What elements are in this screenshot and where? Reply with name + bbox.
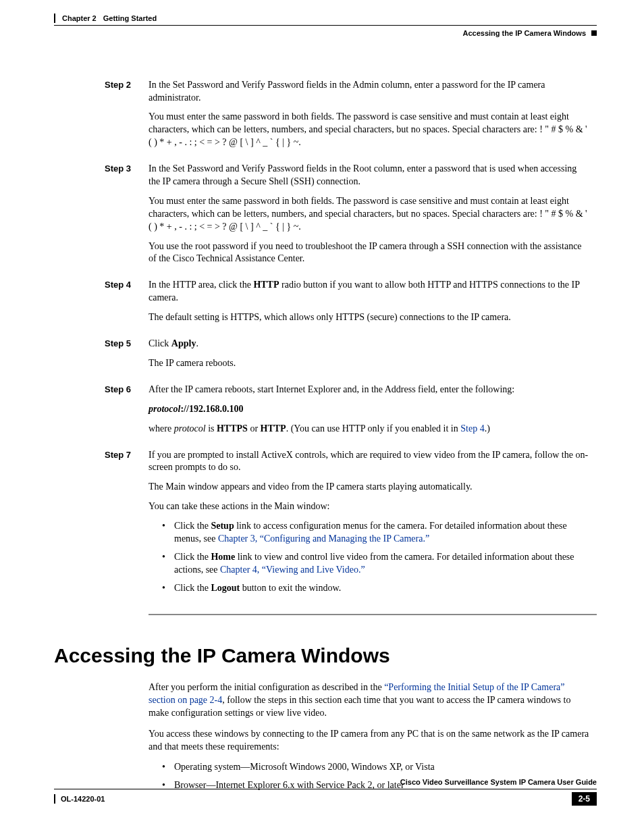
list-item: Click the Logout button to exit the wind… <box>162 582 590 595</box>
footer-rule <box>54 789 597 789</box>
page-header: Chapter 2 Getting Started <box>54 14 597 24</box>
header-rule <box>54 25 597 26</box>
section-intro: After you perform the initial configurat… <box>149 681 597 792</box>
step-text: The default setting is HTTPS, which allo… <box>149 311 590 324</box>
list-item: Operating system—Microsoft Windows 2000,… <box>162 761 590 774</box>
footer-doc-number: OL-14220-01 <box>61 794 105 804</box>
link-step4[interactable]: Step 4 <box>460 423 484 434</box>
step-label: Step 6 <box>54 384 149 442</box>
step-text: The Main window appears and video from t… <box>149 481 590 494</box>
chapter-title: Getting Started <box>103 14 157 24</box>
step-label: Step 4 <box>54 279 149 331</box>
header-section-title: Accessing the IP Camera Windows <box>463 28 586 38</box>
step-label: Step 5 <box>54 338 149 377</box>
step-5: Step 5 Click Apply. The IP camera reboot… <box>54 338 597 377</box>
header-bar-icon <box>54 14 55 23</box>
link-chapter3[interactable]: Chapter 3, “Configuring and Managing the… <box>218 533 429 544</box>
content-area: Step 2 In the Set Password and Verify Pa… <box>54 79 597 793</box>
paragraph: After you perform the initial configurat… <box>149 681 590 720</box>
step-text: In the HTTP area, click the HTTP radio b… <box>149 279 590 305</box>
step-label: Step 7 <box>54 449 149 602</box>
page-footer: Cisco Video Surveillance System IP Camer… <box>54 777 597 806</box>
step-2: Step 2 In the Set Password and Verify Pa… <box>54 79 597 156</box>
step-text: You can take these actions in the Main w… <box>149 500 590 513</box>
bullet-list: Click the Setup link to access configura… <box>149 520 590 594</box>
step-3: Step 3 In the Set Password and Verify Pa… <box>54 163 597 272</box>
list-item: Click the Setup link to access configura… <box>162 520 590 546</box>
step-4: Step 4 In the HTTP area, click the HTTP … <box>54 279 597 331</box>
step-label: Step 2 <box>54 79 149 156</box>
step-text: In the Set Password and Verify Password … <box>149 79 590 105</box>
step-text: protocol://192.168.0.100 <box>149 403 590 416</box>
paragraph: You access these windows by connecting t… <box>149 728 590 754</box>
footer-bar-icon <box>54 794 55 804</box>
chapter-number: Chapter 2 <box>62 14 97 24</box>
step-text: The IP camera reboots. <box>149 357 590 370</box>
step-6: Step 6 After the IP camera reboots, star… <box>54 384 597 442</box>
footer-doc-title: Cisco Video Surveillance System IP Camer… <box>54 777 597 787</box>
link-chapter4[interactable]: Chapter 4, “Viewing and Live Video.” <box>220 565 365 575</box>
section-heading: Accessing the IP Camera Windows <box>54 642 597 670</box>
step-text: You must enter the same password in both… <box>149 111 590 149</box>
list-item: Click the Home link to view and control … <box>162 551 590 577</box>
step-text: If you are prompted to install ActiveX c… <box>149 449 590 475</box>
step-text: Click Apply. <box>149 338 590 350</box>
step-label: Step 3 <box>54 163 149 272</box>
step-text: In the Set Password and Verify Password … <box>149 163 590 188</box>
square-icon <box>591 30 597 36</box>
header-section-row: Accessing the IP Camera Windows <box>54 28 597 38</box>
section-divider <box>149 614 597 615</box>
step-text: After the IP camera reboots, start Inter… <box>149 384 590 396</box>
page-number: 2-5 <box>572 792 597 806</box>
step-text: You must enter the same password in both… <box>149 195 590 234</box>
step-text: where protocol is HTTPS or HTTP. (You ca… <box>149 423 590 436</box>
step-text: You use the root password if you need to… <box>149 240 590 266</box>
step-7: Step 7 If you are prompted to install Ac… <box>54 449 597 602</box>
